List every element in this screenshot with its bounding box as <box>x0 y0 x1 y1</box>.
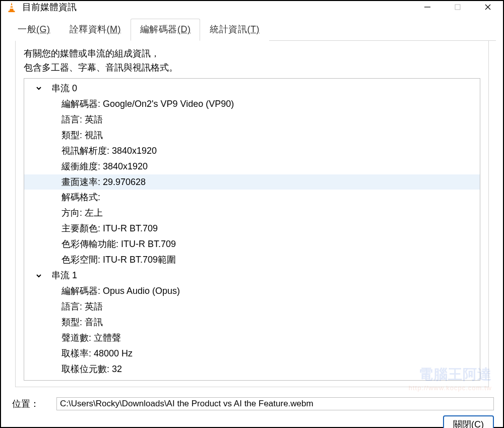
codec-property-text: 視訊解析度: 3840x1920 <box>61 143 157 159</box>
stream-header-label: 串流 1 <box>51 268 77 283</box>
window-controls <box>412 1 503 13</box>
codec-property-text: 語言: 英語 <box>61 299 103 315</box>
location-label: 位置： <box>12 398 48 410</box>
tab-codec[interactable]: 編解碼器(D) <box>131 19 201 41</box>
codec-property-text: 解碼格式: <box>61 190 100 205</box>
codec-property-row[interactable]: 語言: 英語 <box>24 112 480 128</box>
chevron-down-icon <box>34 273 43 279</box>
tab-stats[interactable]: 統計資訊(T) <box>200 19 269 41</box>
tab-stats-key: (T) <box>247 24 259 34</box>
maximize-button[interactable] <box>443 1 473 13</box>
minimize-button[interactable] <box>412 1 443 13</box>
tab-metadata-label: 詮釋資料 <box>70 24 107 34</box>
stream-header[interactable]: 串流 1 <box>24 268 480 283</box>
close-button-key: (C) <box>471 419 484 428</box>
codec-property-text: 色彩傳輸功能: ITU-R BT.709 <box>61 236 176 252</box>
codec-property-text: 語言: 英語 <box>61 112 103 128</box>
codec-property-text: 主要顏色: ITU-R BT.709 <box>61 221 158 236</box>
codec-property-row[interactable]: 類型: 音訊 <box>24 315 480 330</box>
svg-rect-1 <box>11 5 13 6</box>
codec-property-text: 緩衝維度: 3840x1920 <box>61 159 148 174</box>
close-button-label: 關閉 <box>453 419 471 428</box>
tab-codec-label: 編解碼器 <box>140 24 177 34</box>
codec-property-row[interactable]: 聲道數: 立體聲 <box>24 330 480 346</box>
codec-property-text: 編解碼器: Opus Audio (Opus) <box>61 283 180 299</box>
codec-property-text: 聲道數: 立體聲 <box>61 330 121 346</box>
codec-property-row[interactable]: 方向: 左上 <box>24 205 480 221</box>
titlebar: 目前媒體資訊 <box>1 1 503 13</box>
codec-property-row[interactable]: 取樣率: 48000 Hz <box>24 346 480 361</box>
stream-header[interactable]: 串流 0 <box>24 81 480 96</box>
tab-stats-label: 統計資訊 <box>210 24 247 34</box>
tab-content-codec: 有關您的媒體或串流的組成資訊， 包含多工器、字幕、音訊與視訊格式。 串流 0編解… <box>15 41 489 387</box>
codec-property-row[interactable]: 語言: 英語 <box>24 299 480 315</box>
tab-metadata-key: (M) <box>107 24 121 34</box>
vlc-cone-icon <box>6 2 17 13</box>
codec-tree[interactable]: 串流 0編解碼器: Google/On2's VP9 Video (VP90)語… <box>24 78 480 381</box>
codec-property-text: 編解碼器: Google/On2's VP9 Video (VP90) <box>61 96 234 112</box>
window-close-button[interactable] <box>473 1 503 13</box>
tab-general-label: 一般 <box>18 24 36 34</box>
codec-property-text: 色彩空間: ITU-R BT.709範圍 <box>61 252 176 268</box>
codec-property-row[interactable]: 色彩空間: ITU-R BT.709範圍 <box>24 252 480 268</box>
codec-property-row[interactable]: 編解碼器: Google/On2's VP9 Video (VP90) <box>24 96 480 112</box>
codec-property-text: 類型: 音訊 <box>61 315 103 330</box>
location-row: 位置： <box>12 397 494 410</box>
codec-property-text: 方向: 左上 <box>61 205 103 221</box>
tab-metadata[interactable]: 詮釋資料(M) <box>60 19 131 41</box>
location-input[interactable] <box>56 397 494 410</box>
chevron-down-icon <box>34 85 43 91</box>
tab-codec-key: (D) <box>177 24 191 34</box>
window-title: 目前媒體資訊 <box>22 1 77 13</box>
tab-general[interactable]: 一般(G) <box>8 19 60 41</box>
svg-marker-0 <box>9 3 14 12</box>
codec-description: 有關您的媒體或串流的組成資訊， 包含多工器、字幕、音訊與視訊格式。 <box>24 47 480 75</box>
svg-rect-2 <box>10 8 13 9</box>
svg-rect-5 <box>455 5 460 10</box>
svg-rect-3 <box>9 11 15 12</box>
codec-property-text: 類型: 視訊 <box>61 128 103 143</box>
codec-property-text: 畫面速率: 29.970628 <box>61 174 146 190</box>
codec-property-text: 取樣率: 48000 Hz <box>61 346 133 361</box>
codec-property-row[interactable]: 緩衝維度: 3840x1920 <box>24 159 480 174</box>
codec-property-row[interactable]: 解碼格式: <box>24 190 480 205</box>
codec-property-row[interactable]: 視訊解析度: 3840x1920 <box>24 143 480 159</box>
codec-property-row[interactable]: 主要顏色: ITU-R BT.709 <box>24 221 480 236</box>
codec-property-row[interactable]: 編解碼器: Opus Audio (Opus) <box>24 283 480 299</box>
codec-property-row[interactable]: 色彩傳輸功能: ITU-R BT.709 <box>24 236 480 252</box>
tab-general-key: (G) <box>36 24 50 34</box>
stream-header-label: 串流 0 <box>51 81 77 96</box>
desc-line1: 有關您的媒體或串流的組成資訊， <box>24 47 480 61</box>
codec-property-row[interactable]: 類型: 視訊 <box>24 128 480 143</box>
codec-property-row[interactable]: 畫面速率: 29.970628 <box>24 174 480 190</box>
codec-property-row[interactable]: 取樣位元數: 32 <box>24 361 480 377</box>
tab-bar: 一般(G) 詮釋資料(M) 編解碼器(D) 統計資訊(T) <box>8 18 496 41</box>
close-button[interactable]: 關閉(C) <box>443 415 494 428</box>
media-info-window: 目前媒體資訊 一般(G) 詮釋資料(M) 編解碼器(D) <box>0 0 504 428</box>
codec-property-text: 取樣位元數: 32 <box>61 361 122 377</box>
desc-line2: 包含多工器、字幕、音訊與視訊格式。 <box>24 61 480 75</box>
